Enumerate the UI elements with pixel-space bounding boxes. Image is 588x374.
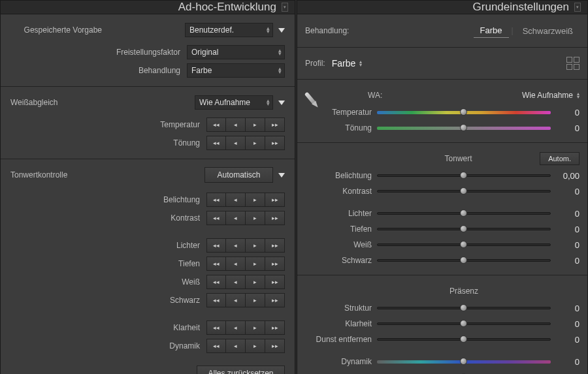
panel-collapse-icon[interactable]: ▾: [574, 3, 581, 12]
step-big-up[interactable]: ▸▸: [265, 117, 285, 132]
contrast-slider[interactable]: [377, 187, 551, 195]
step-big-up[interactable]: ▸▸: [265, 275, 285, 289]
step-big-up[interactable]: ▸▸: [265, 320, 285, 335]
shadows-value[interactable]: 0: [551, 225, 580, 234]
highlights-slider[interactable]: [377, 210, 551, 217]
blacks-label: Schwarz: [297, 256, 377, 265]
temp-slider[interactable]: [377, 108, 551, 116]
blacks-value[interactable]: 0: [551, 256, 580, 266]
step-big-up[interactable]: ▸▸: [265, 238, 285, 253]
panel-collapse-icon[interactable]: ▾: [282, 3, 288, 12]
step-big-up[interactable]: ▸▸: [265, 257, 285, 271]
tint-label: Tönung: [297, 123, 377, 132]
blacks-slider[interactable]: [377, 257, 551, 264]
treatment-section: Behandlung: Farbe | Schwarzweiß: [297, 14, 587, 48]
step-big-down[interactable]: ◂◂: [206, 211, 226, 225]
step-up[interactable]: ▸: [246, 293, 265, 307]
basic-panel: Grundeinstellungen ▾ Behandlung: Farbe |…: [297, 0, 588, 374]
step-big-down[interactable]: ◂◂: [206, 257, 226, 271]
chevron-down-icon[interactable]: [278, 101, 285, 105]
wb-section: WA: Wie Aufnahme ▴▾ Temperatur 0 Tönung …: [297, 80, 587, 143]
shadows-slider[interactable]: [377, 225, 551, 233]
step-down[interactable]: ◂: [226, 320, 246, 335]
exposure-value[interactable]: 0,00: [551, 171, 580, 181]
step-big-up[interactable]: ▸▸: [265, 136, 285, 150]
step-down[interactable]: ◂: [226, 136, 246, 150]
shadows-label: Tiefen: [10, 259, 206, 268]
preset-select[interactable]: Benutzerdef. ▴▾: [185, 23, 273, 37]
whites-value[interactable]: 0: [551, 240, 580, 250]
auto-button[interactable]: Automatisch: [204, 167, 273, 183]
step-big-up[interactable]: ▸▸: [265, 193, 285, 207]
chevron-down-icon[interactable]: [278, 173, 285, 178]
step-big-up[interactable]: ▸▸: [265, 339, 285, 353]
treatment-select[interactable]: Farbe ▴▾: [187, 63, 285, 78]
step-big-down[interactable]: ◂◂: [206, 238, 226, 253]
wb-select[interactable]: Wie Aufnahme ▴▾: [522, 91, 580, 100]
texture-label: Struktur: [297, 304, 377, 313]
crop-select[interactable]: Original ▴▾: [187, 45, 285, 59]
reset-button[interactable]: Alles zurücksetzen: [197, 366, 285, 374]
exposure-slider[interactable]: [377, 172, 551, 179]
step-down[interactable]: ◂: [226, 117, 246, 132]
clarity-value[interactable]: 0: [551, 319, 580, 329]
step-big-up[interactable]: ▸▸: [265, 293, 285, 307]
vibrance-stepper: ◂◂ ◂ ▸ ▸▸: [206, 339, 285, 353]
profile-browser-icon[interactable]: [566, 57, 580, 70]
contrast-value[interactable]: 0: [551, 187, 580, 196]
step-big-down[interactable]: ◂◂: [206, 275, 226, 289]
profile-select[interactable]: Farbe ▴▾: [332, 58, 363, 69]
step-down[interactable]: ◂: [226, 275, 246, 289]
step-up[interactable]: ▸: [246, 320, 265, 335]
preset-value: Benutzerdef.: [189, 25, 234, 35]
step-big-down[interactable]: ◂◂: [206, 339, 226, 353]
wb-value: Wie Aufnahme: [522, 91, 573, 100]
temp-value[interactable]: 0: [551, 108, 580, 117]
step-down[interactable]: ◂: [226, 238, 246, 253]
tint-slider[interactable]: [377, 124, 551, 132]
step-big-down[interactable]: ◂◂: [206, 193, 226, 207]
step-down[interactable]: ◂: [226, 293, 246, 307]
step-down[interactable]: ◂: [226, 257, 246, 271]
step-big-up[interactable]: ▸▸: [265, 211, 285, 225]
dehaze-slider[interactable]: [377, 335, 551, 343]
profile-section: Profil: Farbe ▴▾: [297, 48, 587, 80]
wb-value: Wie Aufnahme: [199, 98, 250, 107]
blacks-stepper: ◂◂ ◂ ▸ ▸▸: [206, 293, 285, 307]
whites-slider[interactable]: [377, 241, 551, 249]
texture-slider[interactable]: [377, 304, 551, 312]
exposure-label: Belichtung: [297, 171, 377, 180]
presence-section: Präsenz Struktur 0 Klarheit 0 Dunst entf…: [297, 275, 587, 374]
step-big-down[interactable]: ◂◂: [206, 117, 226, 132]
treatment-color[interactable]: Farbe: [474, 23, 509, 38]
vibrance-value[interactable]: 0: [551, 357, 580, 367]
clarity-label: Klarheit: [10, 323, 206, 332]
step-big-down[interactable]: ◂◂: [206, 136, 226, 150]
step-up[interactable]: ▸: [246, 257, 265, 271]
step-down[interactable]: ◂: [226, 193, 246, 207]
step-up[interactable]: ▸: [246, 211, 265, 225]
step-big-down[interactable]: ◂◂: [206, 320, 226, 335]
step-big-down[interactable]: ◂◂: [206, 293, 226, 307]
chevron-down-icon[interactable]: [278, 28, 285, 33]
step-up[interactable]: ▸: [246, 117, 265, 132]
step-up[interactable]: ▸: [246, 136, 265, 150]
texture-value[interactable]: 0: [551, 304, 580, 313]
step-up[interactable]: ▸: [246, 193, 265, 207]
treatment-label: Behandlung: [10, 66, 187, 75]
shadows-stepper: ◂◂ ◂ ▸ ▸▸: [206, 257, 285, 271]
tint-value[interactable]: 0: [551, 123, 580, 133]
auto-button-r[interactable]: Autom.: [540, 152, 580, 165]
step-up[interactable]: ▸: [246, 238, 265, 253]
contrast-label: Kontrast: [297, 187, 377, 196]
step-down[interactable]: ◂: [226, 211, 246, 225]
treatment-bw[interactable]: Schwarzweiß: [516, 24, 580, 38]
dehaze-value[interactable]: 0: [551, 335, 580, 345]
wb-select[interactable]: Wie Aufnahme ▴▾: [195, 95, 273, 110]
vibrance-slider[interactable]: [377, 358, 551, 366]
clarity-slider[interactable]: [377, 320, 551, 328]
step-up[interactable]: ▸: [246, 339, 265, 353]
highlights-value[interactable]: 0: [551, 209, 580, 219]
step-down[interactable]: ◂: [226, 339, 246, 353]
step-up[interactable]: ▸: [246, 275, 265, 289]
